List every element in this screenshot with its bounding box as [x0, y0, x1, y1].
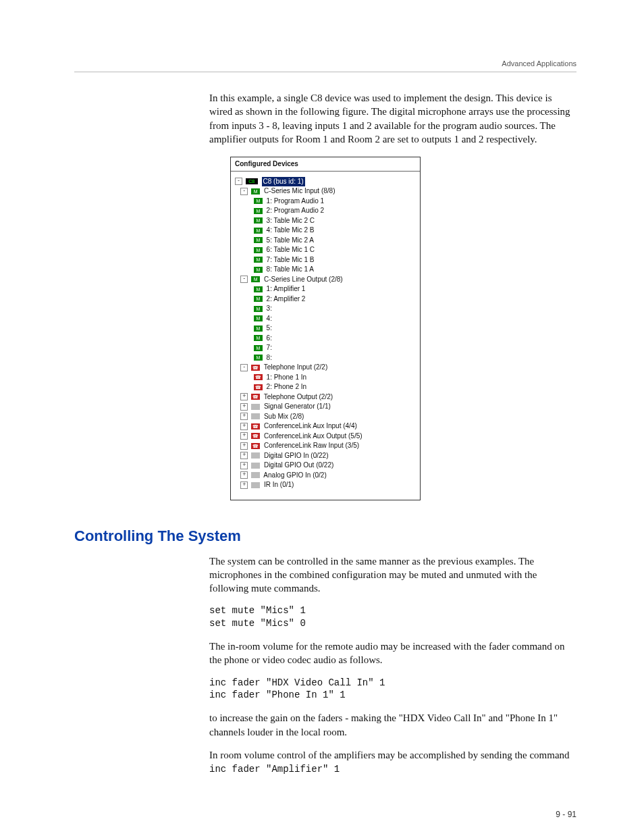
tree-item[interactable]: 2: Amplifier 2 — [267, 295, 306, 303]
configured-devices-title: Configured Devices — [231, 157, 420, 172]
tree-item[interactable]: 8: — [267, 354, 272, 361]
tree-item[interactable]: 2: Phone 2 In — [267, 383, 307, 390]
intro-paragraph: In this example, a single C8 device was … — [209, 91, 576, 146]
page-number: 9 - 91 — [74, 810, 576, 819]
tree-root[interactable]: C8 (bus id: 1) — [262, 177, 305, 187]
tree-item[interactable]: 3: — [267, 305, 272, 312]
code-block-1: set mute "Mics" 1 set mute "Mics" 0 — [209, 604, 576, 630]
tree-item[interactable]: 1: Amplifier 1 — [267, 285, 306, 292]
section-para-1: The system can be controlled in the same… — [209, 554, 576, 596]
section-para-2: The in-room volume for the remote audio … — [209, 640, 576, 667]
tree-item[interactable]: 3: Table Mic 2 C — [267, 217, 315, 224]
tree-item[interactable]: 4: — [267, 315, 272, 322]
tree-item[interactable]: 5: Table Mic 2 A — [267, 236, 314, 244]
code-block-2: inc fader "HDX Video Call In" 1 inc fade… — [209, 677, 576, 702]
tree-group[interactable]: C-Series Mic Input (8/8) — [264, 187, 336, 194]
header-rule — [74, 72, 576, 72]
tree-item[interactable]: 6: — [267, 334, 272, 342]
section-para-3: to increase the gain on the faders - mak… — [209, 711, 576, 739]
tree-item[interactable]: 5: — [267, 324, 272, 332]
tree-item[interactable]: 4: Table Mic 2 B — [267, 226, 315, 234]
code-block-3: inc fader "Amplifier" 1 — [209, 763, 576, 776]
tree-group[interactable]: Sub Mix (2/8) — [264, 413, 304, 420]
section-para-4: In room volume control of the amplifiers… — [209, 748, 576, 762]
section-heading: Controlling The System — [74, 527, 576, 545]
tree-group[interactable]: Signal Generator (1/1) — [264, 402, 331, 410]
tree-group[interactable]: IR In (0/1) — [264, 481, 294, 488]
tree-group[interactable]: ConferenceLink Raw Input (3/5) — [264, 442, 359, 449]
tree-item[interactable]: 2: Program Audio 2 — [267, 207, 325, 214]
tree-group[interactable]: Digital GPIO In (0/22) — [264, 452, 329, 459]
tree-group[interactable]: Digital GPIO Out (0/22) — [264, 461, 333, 469]
tree-item[interactable]: 1: Phone 1 In — [267, 373, 307, 381]
tree-item[interactable]: 8: Table Mic 1 A — [267, 265, 314, 273]
tree-item[interactable]: 1: Program Audio 1 — [267, 197, 325, 205]
tree-group[interactable]: ConferenceLink Aux Output (5/5) — [264, 432, 363, 440]
tree-item[interactable]: 6: Table Mic 1 C — [267, 246, 315, 253]
tree-group[interactable]: Telephone Input (2/2) — [264, 363, 328, 371]
tree-item[interactable]: 7: Table Mic 1 B — [267, 256, 315, 263]
tree-item[interactable]: 7: — [267, 344, 272, 351]
page-header-chapter: Advanced Applications — [74, 59, 576, 68]
tree-group[interactable]: ConferenceLink Aux Input (4/4) — [264, 422, 357, 429]
configured-devices-panel: Configured Devices - C8 C8 (bus id: 1) -… — [230, 157, 421, 500]
device-tree: - C8 C8 (bus id: 1) - M C-Series Mic Inp… — [231, 172, 420, 500]
tree-group[interactable]: Telephone Output (2/2) — [264, 393, 333, 400]
tree-group[interactable]: C-Series Line Output (2/8) — [264, 276, 343, 283]
tree-group[interactable]: Analog GPIO In (0/2) — [263, 471, 326, 479]
